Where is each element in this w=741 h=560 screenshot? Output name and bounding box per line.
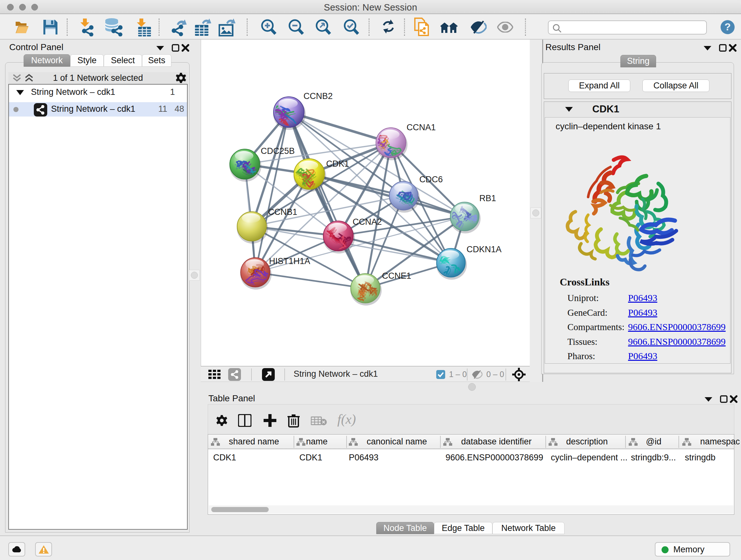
svg-text:CCNB2: CCNB2 [304, 91, 333, 101]
svg-text:HIST1H1A: HIST1H1A [269, 256, 310, 266]
svg-text:?: ? [724, 21, 731, 33]
svg-text:CCNA2: CCNA2 [353, 217, 382, 227]
svg-text:CDK1: CDK1 [326, 159, 349, 169]
svg-text:RB1: RB1 [479, 193, 496, 203]
svg-text:CCNB1: CCNB1 [268, 207, 297, 217]
svg-text:CCNE1: CCNE1 [382, 271, 411, 281]
svg-text:CCNA1: CCNA1 [407, 123, 436, 132]
svg-text:CDC25B: CDC25B [261, 146, 295, 156]
svg-text:CDKN1A: CDKN1A [467, 245, 502, 254]
svg-text:CDC6: CDC6 [419, 175, 443, 184]
